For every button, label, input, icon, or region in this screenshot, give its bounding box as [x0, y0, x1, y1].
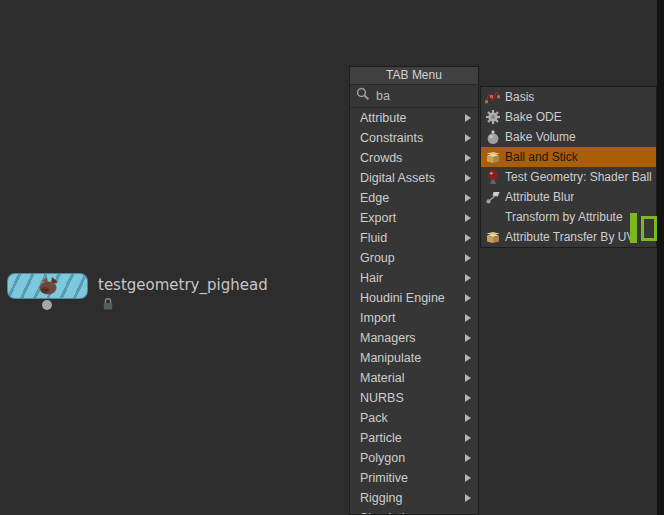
- category-label: Constraints: [360, 131, 465, 145]
- blur-icon: [485, 189, 501, 205]
- submenu-arrow-icon: [465, 454, 471, 462]
- lock-icon[interactable]: [102, 297, 114, 311]
- output-connector[interactable]: [42, 300, 52, 310]
- search-input[interactable]: [376, 89, 466, 103]
- submenu-arrow-icon: [465, 194, 471, 202]
- category-item[interactable]: Polygon: [350, 448, 478, 468]
- result-item[interactable]: Ball and Stick: [481, 147, 656, 167]
- category-item[interactable]: Particle: [350, 428, 478, 448]
- result-label: Transform by Attribute: [505, 210, 623, 224]
- submenu-arrow-icon: [465, 294, 471, 302]
- shader-ball-icon: [485, 169, 501, 185]
- category-item[interactable]: Material: [350, 368, 478, 388]
- node-label: testgeometry_pighead: [98, 276, 268, 294]
- category-item[interactable]: Crowds: [350, 148, 478, 168]
- category-label: Attribute: [360, 111, 465, 125]
- submenu-arrow-icon: [465, 174, 471, 182]
- submenu-arrow-icon: [465, 254, 471, 262]
- category-item[interactable]: Import: [350, 308, 478, 328]
- network-editor: testgeometry_pighead TAB Menu Attribute: [0, 0, 664, 515]
- submenu-arrow-icon: [465, 474, 471, 482]
- node-testgeometry-pighead[interactable]: [7, 273, 88, 299]
- no-icon: [485, 209, 501, 225]
- category-list: Attribute Constraints Crowds Digital Ass…: [350, 108, 478, 515]
- submenu-arrow-icon: [465, 134, 471, 142]
- category-label: Edge: [360, 191, 465, 205]
- category-label: Particle: [360, 431, 465, 445]
- submenu-arrow-icon: [465, 334, 471, 342]
- category-label: Polygon: [360, 451, 465, 465]
- category-item[interactable]: Digital Assets: [350, 168, 478, 188]
- category-label: Digital Assets: [360, 171, 465, 185]
- tab-menu-title: TAB Menu: [350, 67, 478, 85]
- category-item[interactable]: Fluid: [350, 228, 478, 248]
- category-label: Manipulate: [360, 351, 465, 365]
- annotation-bar: [630, 213, 637, 243]
- category-label: Hair: [360, 271, 465, 285]
- category-label: Import: [360, 311, 465, 325]
- category-item[interactable]: Group: [350, 248, 478, 268]
- category-item[interactable]: Pack: [350, 408, 478, 428]
- submenu-arrow-icon: [465, 154, 471, 162]
- result-label: Ball and Stick: [505, 150, 578, 164]
- result-label: Basis: [505, 90, 534, 104]
- submenu-arrow-icon: [465, 214, 471, 222]
- category-label: Export: [360, 211, 465, 225]
- submenu-arrow-icon: [465, 274, 471, 282]
- result-label: Bake ODE: [505, 110, 562, 124]
- result-item[interactable]: Bake ODE: [481, 107, 656, 127]
- result-item[interactable]: Bake Volume: [481, 127, 656, 147]
- category-item[interactable]: Attribute: [350, 108, 478, 128]
- category-label: Primitive: [360, 471, 465, 485]
- category-item[interactable]: Manipulate: [350, 348, 478, 368]
- category-item[interactable]: Simulation: [350, 508, 478, 515]
- category-label: Simulation: [360, 511, 465, 515]
- result-label: Attribute Transfer By UV: [505, 230, 634, 244]
- search-row[interactable]: [350, 85, 478, 108]
- search-icon: [356, 87, 376, 105]
- category-item[interactable]: Houdini Engine: [350, 288, 478, 308]
- category-item[interactable]: Export: [350, 208, 478, 228]
- category-item[interactable]: Primitive: [350, 468, 478, 488]
- submenu-arrow-icon: [465, 394, 471, 402]
- category-label: NURBS: [360, 391, 465, 405]
- submenu-arrow-icon: [465, 234, 471, 242]
- bomb-icon: [485, 129, 501, 145]
- category-item[interactable]: NURBS: [350, 388, 478, 408]
- submenu-arrow-icon: [465, 414, 471, 422]
- result-item[interactable]: Basis: [481, 87, 656, 107]
- category-label: Crowds: [360, 151, 465, 165]
- gear-icon: [485, 109, 501, 125]
- submenu-arrow-icon: [465, 494, 471, 502]
- pig-head-icon: [34, 275, 62, 297]
- submenu-arrow-icon: [465, 114, 471, 122]
- category-item[interactable]: Constraints: [350, 128, 478, 148]
- result-item[interactable]: Attribute Blur: [481, 187, 656, 207]
- category-label: Rigging: [360, 491, 465, 505]
- category-label: Material: [360, 371, 465, 385]
- category-item[interactable]: Rigging: [350, 488, 478, 508]
- submenu-arrow-icon: [465, 374, 471, 382]
- submenu-arrow-icon: [465, 434, 471, 442]
- category-label: Group: [360, 251, 465, 265]
- category-label: Managers: [360, 331, 465, 345]
- panel-edge-divider: [657, 0, 664, 515]
- category-label: Pack: [360, 411, 465, 425]
- category-label: Houdini Engine: [360, 291, 465, 305]
- result-label: Test Geometry: Shader Ball: [505, 170, 652, 184]
- result-label: Attribute Blur: [505, 190, 574, 204]
- toy-box-icon: [485, 229, 501, 245]
- category-label: Fluid: [360, 231, 465, 245]
- result-label: Bake Volume: [505, 130, 576, 144]
- category-item[interactable]: Managers: [350, 328, 478, 348]
- submenu-arrow-icon: [465, 354, 471, 362]
- tab-menu-panel: TAB Menu Attribute Constraints: [349, 66, 479, 515]
- submenu-arrow-icon: [465, 314, 471, 322]
- category-item[interactable]: Hair: [350, 268, 478, 288]
- result-item[interactable]: Test Geometry: Shader Ball: [481, 167, 656, 187]
- toy-box-icon: [485, 149, 501, 165]
- spline-icon: [485, 89, 501, 105]
- annotation-box: [641, 216, 657, 241]
- category-item[interactable]: Edge: [350, 188, 478, 208]
